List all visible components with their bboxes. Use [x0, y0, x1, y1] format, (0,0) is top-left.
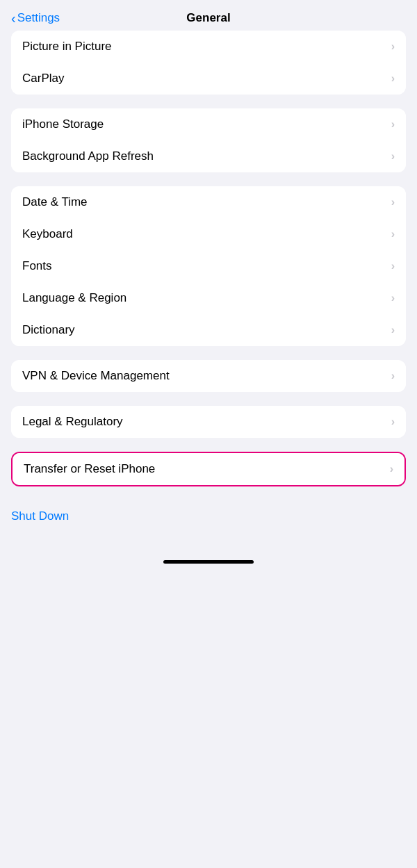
- chevron-right-icon: ›: [391, 72, 395, 85]
- list-item[interactable]: Date & Time ›: [11, 186, 406, 218]
- list-item[interactable]: VPN & Device Management ›: [11, 360, 406, 392]
- background-app-refresh-label: Background App Refresh: [22, 149, 154, 163]
- chevron-right-icon: ›: [391, 370, 395, 382]
- list-item[interactable]: iPhone Storage ›: [11, 108, 406, 140]
- keyboard-label: Keyboard: [22, 227, 73, 241]
- chevron-right-icon: ›: [391, 150, 395, 163]
- list-item[interactable]: CarPlay ›: [11, 63, 406, 95]
- dictionary-label: Dictionary: [22, 323, 75, 337]
- chevron-right-icon: ›: [391, 416, 395, 428]
- section-storage: iPhone Storage › Background App Refresh …: [11, 108, 406, 172]
- date-time-label: Date & Time: [22, 195, 88, 209]
- list-item[interactable]: Fonts ›: [11, 250, 406, 282]
- list-item[interactable]: Keyboard ›: [11, 218, 406, 250]
- list-item[interactable]: Dictionary ›: [11, 314, 406, 346]
- transfer-reset-item[interactable]: Transfer or Reset iPhone ›: [13, 453, 404, 485]
- section-transfer: Transfer or Reset iPhone ›: [11, 452, 406, 486]
- home-bar: [163, 560, 254, 564]
- back-button[interactable]: ‹ Settings: [11, 10, 60, 26]
- chevron-right-icon: ›: [391, 324, 395, 336]
- page-title: General: [186, 11, 230, 25]
- list-item[interactable]: Legal & Regulatory ›: [11, 406, 406, 438]
- section-legal: Legal & Regulatory ›: [11, 406, 406, 438]
- back-label: Settings: [17, 11, 60, 25]
- list-item[interactable]: Language & Region ›: [11, 282, 406, 314]
- home-indicator-area: [0, 546, 417, 571]
- chevron-right-icon: ›: [391, 228, 395, 240]
- picture-in-picture-label: Picture in Picture: [22, 40, 112, 54]
- legal-label: Legal & Regulatory: [22, 415, 123, 429]
- shutdown-label: Shut Down: [11, 509, 69, 523]
- chevron-right-icon: ›: [391, 118, 395, 131]
- chevron-right-icon: ›: [391, 196, 395, 208]
- section-language: Date & Time › Keyboard › Fonts › Languag…: [11, 186, 406, 346]
- vpn-label: VPN & Device Management: [22, 369, 170, 383]
- chevron-right-icon: ›: [390, 463, 393, 475]
- list-item[interactable]: Background App Refresh ›: [11, 140, 406, 172]
- language-region-label: Language & Region: [22, 291, 126, 305]
- chevron-right-icon: ›: [391, 292, 395, 304]
- shutdown-button[interactable]: Shut Down: [11, 500, 406, 532]
- transfer-reset-label: Transfer or Reset iPhone: [24, 462, 155, 476]
- iphone-storage-label: iPhone Storage: [22, 117, 104, 131]
- fonts-label: Fonts: [22, 259, 52, 273]
- section-vpn: VPN & Device Management ›: [11, 360, 406, 392]
- back-chevron-icon: ‹: [11, 10, 16, 26]
- shutdown-section: Shut Down: [11, 500, 406, 532]
- chevron-right-icon: ›: [391, 40, 395, 53]
- chevron-right-icon: ›: [391, 260, 395, 272]
- header: ‹ Settings General: [0, 0, 417, 31]
- section-media: Picture in Picture › CarPlay ›: [11, 31, 406, 95]
- carplay-label: CarPlay: [22, 72, 64, 85]
- list-item[interactable]: Picture in Picture ›: [11, 31, 406, 63]
